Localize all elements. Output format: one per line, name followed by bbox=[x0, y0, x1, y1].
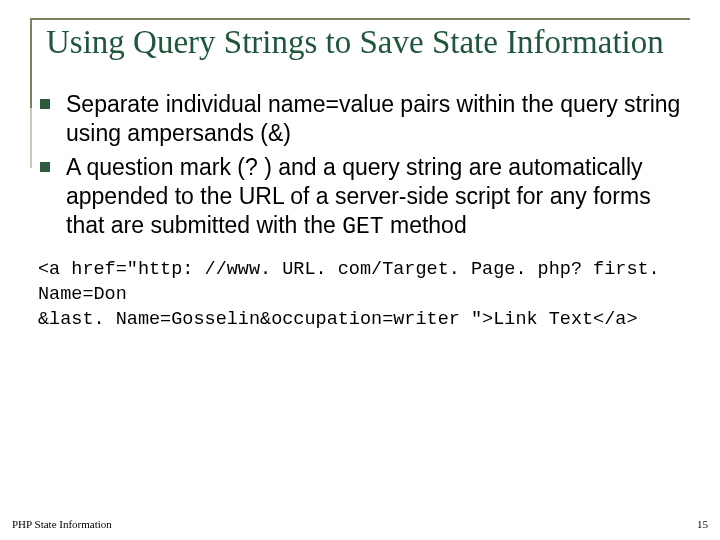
bullet-text-post: method bbox=[384, 212, 467, 238]
rule-top bbox=[30, 18, 690, 20]
bullet-item: Separate individual name=value pairs wit… bbox=[34, 90, 690, 148]
bullet-text-code: GET bbox=[342, 214, 383, 240]
slide-footer: PHP State Information 15 bbox=[12, 518, 708, 530]
page-number: 15 bbox=[697, 518, 708, 530]
code-example: <a href="http: //www. URL. com/Target. P… bbox=[38, 258, 690, 333]
rule-left-fade bbox=[30, 108, 32, 168]
rule-left bbox=[30, 18, 32, 108]
bullet-list: Separate individual name=value pairs wit… bbox=[34, 90, 690, 242]
bullet-item: A question mark (? ) and a query string … bbox=[34, 153, 690, 241]
slide: Using Query Strings to Save State Inform… bbox=[0, 0, 720, 540]
slide-body: Separate individual name=value pairs wit… bbox=[30, 90, 690, 333]
bullet-text: Separate individual name=value pairs wit… bbox=[66, 91, 680, 146]
footer-text: PHP State Information bbox=[12, 518, 112, 530]
title-region: Using Query Strings to Save State Inform… bbox=[30, 18, 690, 72]
slide-title: Using Query Strings to Save State Inform… bbox=[46, 24, 690, 62]
